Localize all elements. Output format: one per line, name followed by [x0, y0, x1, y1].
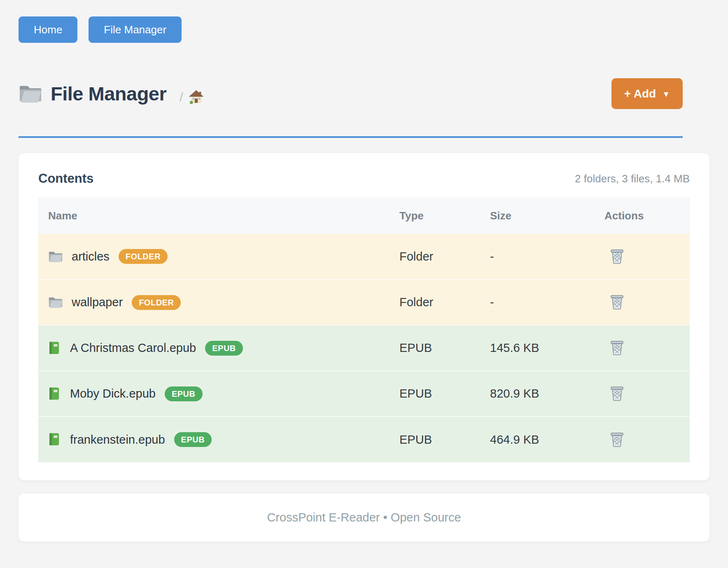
table-row: Moby Dick.epub EPUB EPUB 820.9 KB [38, 371, 690, 417]
item-size: - [480, 234, 595, 279]
item-type: EPUB [390, 417, 480, 462]
folder-icon [48, 251, 63, 263]
item-type-badge: FOLDER [132, 295, 181, 310]
table-row: A Christmas Carol.epub EPUB EPUB 145.6 K… [38, 325, 690, 371]
delete-button[interactable] [609, 386, 625, 402]
page-header: File Manager / + Add [19, 78, 683, 109]
breadcrumb: / [180, 90, 203, 104]
trash-icon [609, 249, 625, 265]
column-header-actions: Actions [595, 198, 690, 234]
trash-icon [609, 294, 625, 310]
item-size: - [480, 279, 595, 325]
green-book-icon [48, 433, 61, 447]
delete-button[interactable] [609, 294, 625, 310]
table-row: articles FOLDER Folder - [38, 234, 690, 279]
contents-summary: 2 folders, 3 files, 1.4 MB [575, 172, 690, 185]
table-row: frankenstein.epub EPUB EPUB 464.9 KB [38, 417, 690, 462]
item-type-badge: EPUB [174, 432, 212, 447]
nav-file-manager-button[interactable]: File Manager [89, 16, 182, 43]
nav-home-button[interactable]: Home [19, 16, 77, 43]
house-icon [189, 90, 204, 104]
item-type: Folder [390, 279, 480, 325]
trash-icon [609, 340, 625, 356]
item-name-link[interactable]: Moby Dick.epub [70, 387, 156, 400]
item-size: 145.6 KB [480, 325, 595, 371]
item-name-link[interactable]: A Christmas Carol.epub [70, 341, 196, 355]
table-header-row: Name Type Size Actions [38, 198, 690, 234]
delete-button[interactable] [609, 432, 625, 448]
column-header-type: Type [390, 198, 480, 234]
contents-table: Name Type Size Actions [38, 198, 690, 462]
footer: CrossPoint E-Reader • Open Source [19, 494, 709, 542]
item-size: 820.9 KB [480, 371, 595, 417]
column-header-size: Size [480, 198, 595, 234]
delete-button[interactable] [609, 249, 625, 265]
delete-button[interactable] [609, 340, 625, 356]
item-type-badge: EPUB [205, 341, 243, 356]
contents-card-header: Contents 2 folders, 3 files, 1.4 MB [38, 171, 690, 186]
item-type: EPUB [390, 371, 480, 417]
breadcrumb-separator: / [180, 90, 183, 104]
item-name-link[interactable]: articles [72, 250, 110, 263]
page-title: File Manager [51, 82, 166, 105]
footer-text: CrossPoint E-Reader • Open Source [267, 511, 461, 524]
contents-title: Contents [38, 171, 93, 186]
item-type-badge: EPUB [165, 386, 203, 401]
item-type-badge: FOLDER [119, 249, 168, 264]
header-divider [19, 136, 683, 138]
chevron-down-icon: ▼ [662, 90, 670, 99]
item-name-link[interactable]: frankenstein.epub [70, 433, 165, 447]
table-body: articles FOLDER Folder - [38, 234, 690, 462]
table-row: wallpaper FOLDER Folder - [38, 279, 690, 325]
contents-card: Contents 2 folders, 3 files, 1.4 MB Name… [19, 153, 709, 480]
item-name-link[interactable]: wallpaper [72, 296, 123, 309]
item-type: Folder [390, 234, 480, 279]
page: Home File Manager File Manager / [0, 0, 728, 568]
trash-icon [609, 386, 625, 402]
green-book-icon [48, 341, 61, 355]
column-header-name: Name [38, 198, 390, 234]
add-button-label: + Add [624, 87, 656, 100]
folder-icon [48, 296, 63, 308]
add-button[interactable]: + Add ▼ [611, 78, 683, 109]
green-book-icon [48, 387, 61, 401]
breadcrumb-home[interactable] [189, 90, 204, 104]
folder-icon [19, 84, 42, 103]
item-size: 464.9 KB [480, 417, 595, 462]
trash-icon [609, 432, 625, 448]
top-nav: Home File Manager [0, 0, 728, 43]
item-type: EPUB [390, 325, 480, 371]
